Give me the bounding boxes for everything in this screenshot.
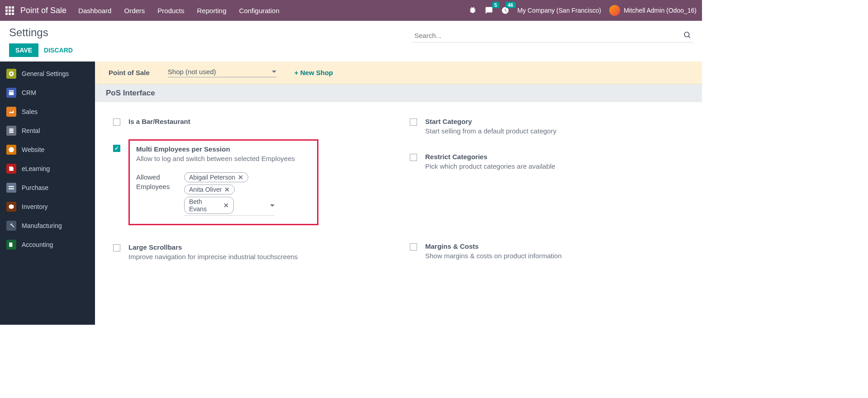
messages-badge: 5 [492, 2, 499, 8]
topnav-right: 5 46 My Company (San Francisco) Mitchell… [469, 5, 697, 16]
activities-icon[interactable]: 46 [501, 6, 509, 14]
app-title[interactable]: Point of Sale [20, 6, 66, 15]
pos-select[interactable]: Shop (not used) [168, 68, 276, 77]
sidebar-item-label: eLearning [22, 165, 50, 172]
label-multi-employees: Multi Employees per Session [136, 145, 311, 153]
sidebar-item-label: Manufacturing [22, 222, 62, 229]
sidebar-item-purchase[interactable]: Purchase [0, 178, 95, 197]
setting-large-scrollbars: Large Scrollbars Improve navigation for … [113, 243, 392, 261]
sidebar-item-label: General Settings [22, 70, 69, 77]
sidebar-icon [6, 145, 16, 155]
desc-multi-employees: Allow to log and switch between selected… [136, 155, 311, 162]
label-large-scrollbars: Large Scrollbars [128, 243, 298, 251]
sidebar-icon [6, 107, 16, 117]
checkbox-margins-costs[interactable] [410, 243, 417, 251]
nav-menu: Dashboard Orders Products Reporting Conf… [78, 7, 280, 14]
sidebar-item-manufacturing[interactable]: Manufacturing [0, 216, 95, 235]
settings-content: Point of Sale Shop (not used) + New Shop… [95, 62, 702, 325]
employee-tag[interactable]: Abigail Peterson✕ [184, 172, 248, 182]
sidebar-item-elearning[interactable]: eLearning [0, 159, 95, 178]
tag-remove-icon[interactable]: ✕ [238, 174, 243, 181]
desc-margins-costs: Show margins & costs on product informat… [425, 252, 562, 260]
search-icon[interactable] [683, 31, 691, 40]
user-menu[interactable]: Mitchell Admin (Odoo_16) [609, 5, 697, 16]
pos-selector-bar: Point of Sale Shop (not used) + New Shop [95, 62, 702, 84]
sidebar-item-label: Purchase [22, 184, 48, 191]
nav-orders[interactable]: Orders [124, 7, 145, 14]
svg-point-0 [684, 32, 689, 37]
label-bar-restaurant: Is a Bar/Restaurant [128, 118, 190, 125]
sidebar-icon [6, 126, 16, 136]
checkbox-restrict-categories[interactable] [410, 154, 417, 161]
setting-multi-employees: Multi Employees per Session Allow to log… [113, 144, 392, 225]
employee-tag[interactable]: Anita Oliver✕ [184, 185, 235, 194]
setting-restrict-categories: Restrict Categories Pick which product c… [410, 153, 688, 170]
sidebar-icon [6, 240, 16, 250]
activities-badge: 46 [506, 2, 516, 8]
discard-button[interactable]: DISCARD [44, 47, 73, 54]
desc-large-scrollbars: Improve navigation for imprecise industr… [128, 253, 298, 261]
tag-remove-icon[interactable]: ✕ [224, 186, 230, 193]
checkbox-multi-employees[interactable] [113, 145, 120, 152]
sidebar-item-label: Inventory [22, 203, 48, 210]
setting-margins-costs: Margins & Costs Show margins & costs on … [410, 242, 688, 260]
desc-start-category: Start selling from a default product cat… [425, 127, 556, 135]
nav-dashboard[interactable]: Dashboard [78, 7, 111, 14]
sidebar-item-general-settings[interactable]: General Settings [0, 64, 95, 83]
setting-bar-restaurant: Is a Bar/Restaurant [113, 118, 392, 126]
settings-sidebar: General SettingsCRMSalesRentalWebsiteeLe… [0, 62, 95, 325]
setting-start-category: Start Category Start selling from a defa… [410, 118, 688, 135]
nav-configuration[interactable]: Configuration [239, 7, 280, 14]
sidebar-icon [6, 69, 16, 79]
label-restrict-categories: Restrict Categories [425, 153, 555, 161]
user-name: Mitchell Admin (Odoo_16) [624, 7, 697, 14]
apps-icon[interactable] [5, 6, 14, 15]
messages-icon[interactable]: 5 [485, 6, 493, 14]
tag-remove-icon[interactable]: ✕ [223, 202, 229, 209]
sidebar-item-accounting[interactable]: Accounting [0, 235, 95, 254]
sidebar-item-rental[interactable]: Rental [0, 121, 95, 140]
bug-icon[interactable] [469, 6, 477, 15]
sidebar-item-label: Website [22, 146, 44, 153]
top-nav: Point of Sale Dashboard Orders Products … [0, 0, 702, 21]
pos-selector-label: Point of Sale [109, 69, 150, 76]
checkbox-large-scrollbars[interactable] [113, 244, 120, 251]
pos-selected-value: Shop (not used) [168, 68, 216, 76]
sidebar-item-crm[interactable]: CRM [0, 83, 95, 102]
sidebar-item-label: Sales [22, 108, 38, 115]
allowed-employees-label: Allowed Employees [136, 172, 175, 216]
allowed-employees-tags[interactable]: Abigail Peterson✕Anita Oliver✕Beth Evans… [184, 172, 275, 216]
chevron-down-icon[interactable] [270, 204, 275, 207]
sidebar-icon [6, 183, 16, 193]
highlighted-setting: Multi Employees per Session Allow to log… [128, 139, 318, 225]
tag-label: Anita Oliver [189, 186, 222, 193]
checkbox-bar-restaurant[interactable] [113, 118, 120, 126]
sidebar-item-sales[interactable]: Sales [0, 102, 95, 121]
avatar [609, 5, 620, 16]
sidebar-icon [6, 164, 16, 174]
label-margins-costs: Margins & Costs [425, 242, 562, 250]
checkbox-start-category[interactable] [410, 118, 417, 126]
sidebar-item-inventory[interactable]: Inventory [0, 197, 95, 216]
label-start-category: Start Category [425, 118, 556, 125]
sidebar-item-website[interactable]: Website [0, 140, 95, 159]
company-switcher[interactable]: My Company (San Francisco) [517, 7, 601, 14]
new-shop-button[interactable]: + New Shop [294, 69, 333, 76]
section-pos-interface: PoS Interface [95, 84, 702, 102]
save-button[interactable]: SAVE [9, 43, 38, 57]
sidebar-icon [6, 88, 16, 98]
search-input[interactable] [413, 29, 693, 43]
sidebar-item-label: Accounting [22, 241, 53, 248]
svg-line-1 [688, 36, 690, 38]
tag-label: Beth Evans [189, 198, 221, 213]
tag-label: Abigail Peterson [189, 174, 235, 181]
chevron-down-icon [272, 71, 276, 73]
sidebar-item-label: CRM [22, 89, 36, 96]
sidebar-item-label: Rental [22, 127, 40, 134]
page-title: Settings [9, 26, 73, 39]
sidebar-icon [6, 221, 16, 231]
employee-tag[interactable]: Beth Evans✕ [184, 197, 234, 214]
nav-reporting[interactable]: Reporting [197, 7, 227, 14]
desc-restrict-categories: Pick which product categories are availa… [425, 162, 555, 170]
nav-products[interactable]: Products [157, 7, 184, 14]
